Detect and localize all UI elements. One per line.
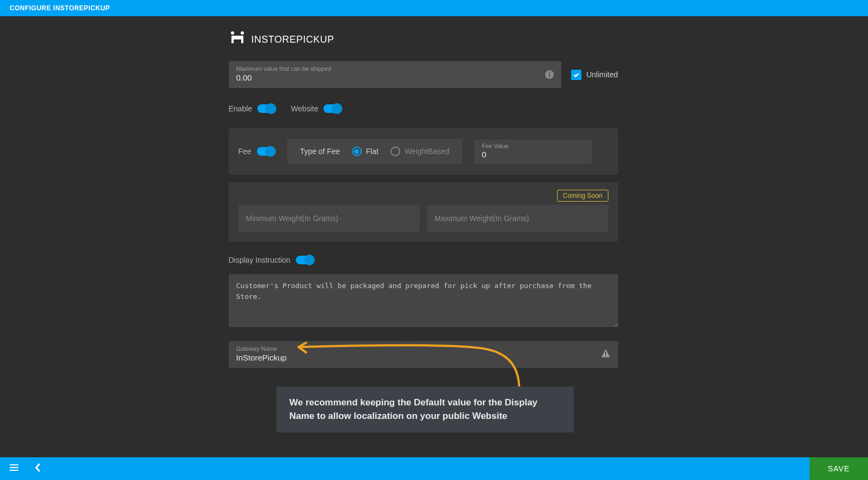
unlimited-checkbox-group[interactable]: Unlimited — [571, 70, 618, 80]
recommendation-callout: We recommend keeping the Default value f… — [276, 386, 574, 432]
fee-weight-label: WeightBased — [405, 147, 449, 156]
instorepickup-icon — [229, 30, 246, 49]
website-label: Website — [291, 104, 318, 113]
max-value-label: Maximum value that can be shipped — [236, 65, 554, 72]
coming-soon-badge: Coming Soon — [557, 190, 608, 202]
save-button[interactable]: SAVE — [810, 457, 868, 480]
menu-icon[interactable] — [9, 462, 19, 475]
fee-toggle[interactable] — [257, 147, 275, 156]
fee-value-input[interactable] — [482, 150, 585, 159]
max-value-input[interactable] — [236, 73, 554, 82]
enable-toggle-group: Enable — [229, 104, 276, 113]
bottom-bar: SAVE — [0, 457, 868, 480]
gateway-name-label: Gateway Name — [236, 345, 611, 352]
top-bar: CONFIGURE INSTOREPICKUP — [0, 0, 868, 16]
fee-weight-radio-group[interactable]: WeightBased — [390, 146, 449, 156]
gateway-name-field[interactable]: Gateway Name — [229, 341, 618, 368]
fee-flat-label: Flat — [366, 147, 379, 156]
fee-value-label: Fee Value — [482, 143, 585, 149]
display-instruction-toggle[interactable] — [296, 256, 314, 264]
page-header: INSTOREPICKUP — [229, 30, 618, 49]
fee-panel: Fee Type of Fee Flat WeightBased Fee Val… — [229, 128, 618, 175]
min-weight-placeholder: Minimum Weight(In Grams) — [246, 214, 339, 223]
svg-point-7 — [605, 355, 606, 356]
fee-type-label: Type of Fee — [300, 147, 340, 156]
svg-rect-2 — [234, 37, 241, 38]
back-icon[interactable] — [35, 463, 41, 475]
enable-toggle[interactable] — [257, 104, 276, 113]
fee-flat-radio[interactable] — [352, 146, 362, 156]
fee-weight-radio[interactable] — [390, 146, 400, 156]
svg-rect-6 — [605, 352, 606, 355]
gateway-name-input[interactable] — [236, 353, 611, 362]
svg-point-0 — [231, 31, 234, 35]
website-toggle[interactable] — [323, 104, 342, 113]
website-toggle-group: Website — [291, 104, 342, 113]
fee-flat-radio-group[interactable]: Flat — [352, 146, 379, 156]
min-weight-field[interactable]: Minimum Weight(In Grams) — [238, 205, 420, 232]
display-instruction-label: Display Instruction — [229, 256, 290, 264]
svg-point-5 — [549, 72, 550, 73]
enable-label: Enable — [229, 104, 253, 113]
unlimited-label: Unlimited — [586, 70, 618, 79]
max-value-field[interactable]: Maximum value that can be shipped — [229, 61, 562, 88]
callout-text: We recommend keeping the Default value f… — [289, 396, 561, 423]
max-weight-placeholder: Maximum Weight(In Grams) — [435, 214, 529, 223]
weight-panel: Coming Soon Minimum Weight(In Grams) Max… — [229, 182, 618, 242]
content-area: INSTOREPICKUP Maximum value that can be … — [0, 16, 868, 368]
breadcrumb: CONFIGURE INSTOREPICKUP — [10, 4, 110, 12]
page-title: INSTOREPICKUP — [251, 34, 334, 45]
instruction-textarea[interactable] — [229, 274, 618, 327]
svg-point-1 — [241, 31, 244, 35]
unlimited-checkbox[interactable] — [571, 70, 581, 80]
fee-value-field[interactable]: Fee Value — [474, 139, 592, 164]
fee-type-box: Type of Fee Flat WeightBased — [287, 139, 462, 164]
fee-toggle-group: Fee — [238, 147, 275, 156]
info-icon[interactable] — [545, 70, 554, 79]
fee-label: Fee — [238, 147, 251, 156]
svg-rect-4 — [549, 74, 550, 77]
max-weight-field[interactable]: Maximum Weight(In Grams) — [427, 205, 608, 232]
warning-icon[interactable] — [601, 349, 611, 361]
